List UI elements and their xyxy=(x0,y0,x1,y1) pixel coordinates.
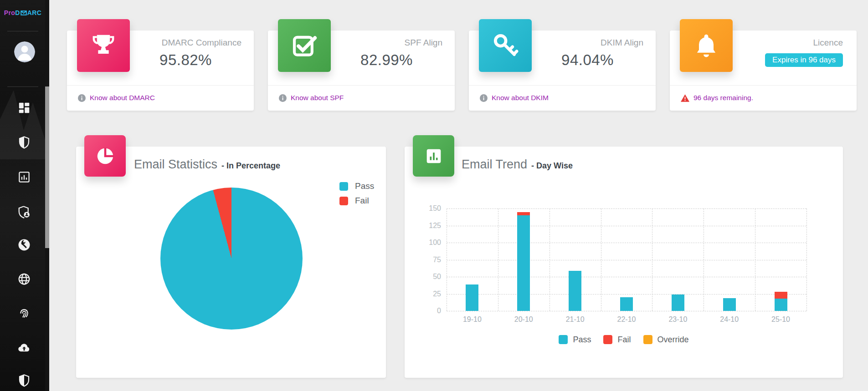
info-icon xyxy=(78,94,86,102)
stacked-bar-22-10 xyxy=(620,297,633,311)
licence-badge: Expires in 96 days xyxy=(733,53,843,67)
brand-arc: ARC xyxy=(27,9,42,16)
gridline xyxy=(447,208,447,311)
know-about-dkim-link[interactable]: Know about DKIM xyxy=(492,94,549,102)
legend-label: Override xyxy=(657,335,689,345)
fingerprint-icon[interactable] xyxy=(17,306,31,320)
y-axis-tick: 150 xyxy=(420,204,441,213)
legend-label: Pass xyxy=(573,335,591,345)
stacked-bar-25-10 xyxy=(775,292,787,311)
info-icon xyxy=(480,94,488,102)
know-about-dmarc-link[interactable]: Know about DMARC xyxy=(90,94,155,102)
key-icon xyxy=(479,19,532,72)
shield-icon[interactable] xyxy=(17,136,31,149)
y-axis-tick: 100 xyxy=(420,239,441,247)
y-axis-tick: 75 xyxy=(420,256,441,264)
globe-icon[interactable] xyxy=(17,272,31,286)
bar-chart-icon xyxy=(413,135,454,177)
info-icon xyxy=(279,94,287,102)
gridline xyxy=(447,208,806,209)
gridline xyxy=(806,208,807,311)
bar-segment-pass xyxy=(620,297,633,311)
stacked-bar-24-10 xyxy=(723,298,736,311)
x-axis-tick: 22-10 xyxy=(606,315,647,324)
bar-segment-pass xyxy=(569,271,581,311)
bar-segment-fail xyxy=(517,212,530,216)
gridline xyxy=(447,311,806,311)
stacked-bar-21-10 xyxy=(569,271,581,311)
gridline xyxy=(447,277,806,277)
wrench-icon[interactable] xyxy=(17,238,31,252)
bar-segment-pass xyxy=(672,295,684,311)
legend-label: Fail xyxy=(355,196,369,206)
legend-item-pass[interactable]: Pass xyxy=(339,181,374,192)
bell-icon xyxy=(680,19,733,72)
chart-title: Email Trend xyxy=(462,157,527,172)
cloud-upload-icon[interactable] xyxy=(17,341,31,355)
legend-item-pass[interactable]: Pass xyxy=(559,334,591,345)
stat-value: 82.99% xyxy=(331,51,442,69)
stat-label: DMARC Compliance xyxy=(130,38,241,48)
gridline xyxy=(755,208,755,311)
bar-segment-pass xyxy=(466,284,478,311)
bar-segment-pass xyxy=(723,298,736,311)
stat-value: 94.04% xyxy=(532,51,643,69)
x-axis-tick: 24-10 xyxy=(709,315,750,324)
gridline xyxy=(601,208,601,311)
brand-logo[interactable]: ProDARC xyxy=(0,9,46,16)
sidebar-divider xyxy=(7,31,38,31)
trophy-icon xyxy=(77,19,130,72)
email-statistics-pie xyxy=(160,188,303,330)
y-axis-tick: 50 xyxy=(420,273,441,281)
stacked-bar-20-10 xyxy=(517,212,530,311)
email-trend-card: Email Trend - Day Wise 02550751001251501… xyxy=(405,147,843,378)
gridline xyxy=(704,208,704,311)
legend-label: Fail xyxy=(617,335,631,345)
x-axis-tick: 19-10 xyxy=(452,315,493,324)
bar-segment-pass xyxy=(517,215,530,311)
stat-value: 95.82% xyxy=(130,51,241,69)
dashboard-icon[interactable] xyxy=(17,101,31,115)
brand-pro: Pro xyxy=(4,9,15,16)
bar-segment-fail xyxy=(775,292,787,299)
shield-user-icon[interactable] xyxy=(17,205,31,219)
bar-segment-pass xyxy=(775,299,787,311)
gridline xyxy=(447,260,806,260)
know-about-spf-link[interactable]: Know about SPF xyxy=(291,94,344,102)
chart-subtitle: - Day Wise xyxy=(531,161,573,171)
gridline xyxy=(498,208,498,311)
pie-chart-icon xyxy=(84,135,126,177)
shield2-icon[interactable] xyxy=(17,374,31,387)
gridline xyxy=(550,208,550,311)
legend-label: Pass xyxy=(355,181,374,191)
legend-item-fail[interactable]: Fail xyxy=(603,334,631,345)
stacked-bar-23-10 xyxy=(672,295,684,311)
gridline xyxy=(652,208,652,311)
x-axis-tick: 25-10 xyxy=(760,315,801,324)
gridline xyxy=(447,243,806,243)
legend-item-fail[interactable]: Fail xyxy=(339,195,374,206)
email-trend-plot: 025507510012515019-1020-1021-1022-1023-1… xyxy=(447,208,806,311)
legend-swatch xyxy=(559,335,568,344)
checkbox-icon xyxy=(278,19,331,72)
sidebar-divider xyxy=(7,86,38,87)
stat-label: SPF Align xyxy=(331,38,442,48)
dashboard-page: ProDARC xyxy=(0,0,868,391)
x-axis-tick: 20-10 xyxy=(503,315,544,324)
chart-subtitle: - In Percentage xyxy=(221,161,280,171)
x-axis-tick: 23-10 xyxy=(657,315,699,324)
legend-swatch xyxy=(339,182,348,191)
dmarc-compliance-card: DMARC Compliance 95.82% Know about DMARC xyxy=(67,30,254,111)
email-statistics-card: Email Statistics - In Percentage PassFai… xyxy=(76,147,386,378)
y-axis-tick: 125 xyxy=(420,222,441,230)
dkim-align-card: DKIM Align 94.04% Know about DKIM xyxy=(469,30,656,111)
chart-title: Email Statistics xyxy=(134,157,217,172)
avatar[interactable] xyxy=(14,41,35,62)
y-axis-tick: 25 xyxy=(420,290,441,298)
gridline xyxy=(447,294,806,295)
y-axis-tick: 0 xyxy=(420,307,441,315)
envelope-m-icon xyxy=(21,10,27,15)
legend-item-override[interactable]: Override xyxy=(643,334,689,345)
reports-icon[interactable] xyxy=(17,170,31,184)
sidebar-scrollbar-thumb[interactable] xyxy=(45,86,49,248)
